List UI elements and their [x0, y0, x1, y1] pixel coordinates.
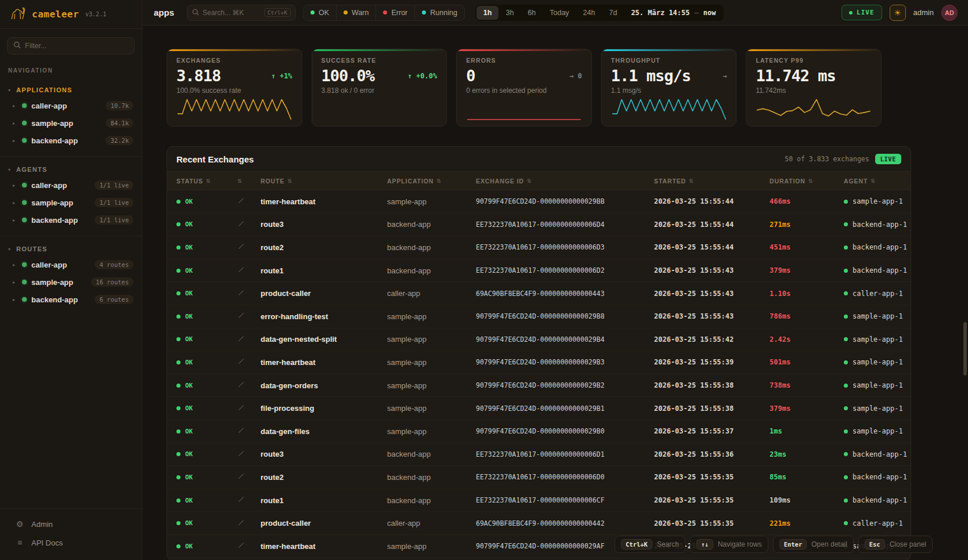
status-filter-running[interactable]: Running: [415, 5, 464, 20]
column-header-duration[interactable]: DURATION⇅: [770, 178, 844, 185]
sidebar-filter[interactable]: [7, 37, 135, 55]
column-header-application[interactable]: APPLICATION⇅: [387, 178, 476, 185]
agent-cell: caller-app-1: [844, 290, 911, 298]
global-search[interactable]: Ctrl+K: [187, 5, 296, 21]
sidebar-item-caller-app[interactable]: ▸caller-app1/1 live: [0, 176, 142, 194]
chevron-right-icon: ▸: [13, 121, 17, 126]
stat-card-latency-p99[interactable]: LATENCY P9911.742 ms11.742ms: [746, 49, 882, 127]
stat-value: 100.0%: [322, 67, 375, 85]
column-header-route[interactable]: ROUTE⇅: [261, 178, 387, 185]
stat-label: ERRORS: [466, 57, 582, 64]
column-header-status[interactable]: STATUS⇅: [176, 178, 237, 185]
exchange-id-cell: EE7322370A10617-00000000000006D4: [476, 221, 654, 229]
sidebar-item-sample-app[interactable]: ▸sample-app16 routes: [0, 273, 142, 291]
started-cell: 2026-03-25 15:55:44: [654, 197, 770, 205]
chevron-right-icon: ▸: [13, 103, 17, 109]
table-row[interactable]: OKroute2backend-appEE7322370A10617-00000…: [167, 236, 911, 259]
card-accent-line: [167, 49, 302, 51]
trend-icon: [237, 403, 261, 414]
live-dot-icon: [849, 11, 853, 15]
time-range-today[interactable]: Today: [543, 6, 576, 20]
sidebar-item-sample-app[interactable]: ▸sample-app84.1k: [0, 114, 142, 132]
started-cell: 2026-03-25 15:55:35: [654, 473, 770, 481]
table-row[interactable]: OKroute1backend-appEE7322370A10617-00000…: [167, 259, 911, 283]
sparkline-chart: [756, 97, 872, 121]
agent-dot-icon: [844, 269, 848, 273]
sidebar-item-caller-app[interactable]: ▸caller-app10.7k: [0, 97, 142, 114]
agent-cell: sample-app-1: [844, 427, 911, 435]
hint-label: Navigate rows: [718, 540, 762, 548]
avatar[interactable]: AD: [941, 5, 958, 21]
section-header-routes[interactable]: ▾ROUTES: [0, 242, 142, 256]
stat-card-success-rate[interactable]: SUCCESS RATE100.0%↑ +0.0%3.818 ok / 0 er…: [312, 49, 447, 127]
status-dot-icon: [22, 280, 27, 284]
sidebar-item-backend-app[interactable]: ▸backend-app32.2k: [0, 132, 142, 149]
theme-toggle-button[interactable]: ☀: [890, 5, 906, 21]
ok-dot-icon: [176, 452, 180, 456]
table-row[interactable]: OKtimer-heartbeatsample-app90799F47E6CD2…: [167, 351, 911, 374]
table-row[interactable]: OKdata-gen-orderssample-app90799F47E6CD2…: [167, 374, 911, 398]
route-cell: data-gen-nested-split: [261, 335, 387, 344]
table-row[interactable]: OKroute1backend-appEE7322370A10617-00000…: [167, 489, 911, 512]
time-separator: —: [695, 9, 699, 17]
topbar-right: LIVE ☀ admin AD: [841, 5, 958, 21]
table-row[interactable]: OKtimer-heartbeatsample-app90799F47E6CD2…: [167, 190, 911, 214]
status-filter-warn[interactable]: Warn: [337, 5, 376, 20]
stat-delta: ↑ +1%: [271, 72, 292, 80]
status-filter-ok[interactable]: OK: [304, 5, 337, 20]
table-row[interactable]: OKfile-processingsample-app90799F47E6CD2…: [167, 397, 911, 420]
sidebar-item-caller-app[interactable]: ▸caller-app4 routes: [0, 256, 142, 273]
agent-dot-icon: [844, 475, 848, 479]
time-display[interactable]: 25. März 14:55 — now: [624, 9, 723, 17]
sidebar-item-sample-app[interactable]: ▸sample-app1/1 live: [0, 194, 142, 211]
search-input[interactable]: [203, 9, 255, 17]
filter-input[interactable]: [25, 42, 128, 50]
docs-icon: ≡: [15, 538, 24, 547]
stat-value: 3.818: [176, 67, 221, 85]
logo-row[interactable]: cameleer v3.2.1: [0, 0, 142, 29]
sort-icon: ⇅: [527, 178, 532, 184]
table-row[interactable]: OKroute2backend-appEE7322370A10617-00000…: [167, 466, 911, 489]
live-indicator[interactable]: LIVE: [841, 5, 882, 20]
exchange-id-cell: 90799F47E6CD24D-00000000000029B2: [476, 381, 654, 389]
column-header-agent[interactable]: AGENT⇅: [844, 178, 911, 185]
trend-icon: [237, 334, 261, 345]
stat-card-errors[interactable]: ERRORS0→ 00 errors in selected period: [456, 49, 592, 127]
column-header-trend[interactable]: ⇅: [237, 178, 261, 184]
trend-icon: [237, 541, 261, 551]
column-header-started[interactable]: STARTED⇅: [654, 178, 770, 185]
chevron-right-icon: ▸: [13, 183, 17, 188]
duration-cell: 221ms: [770, 519, 844, 528]
table-row[interactable]: OKdata-gen-filessample-app90799F47E6CD24…: [167, 420, 911, 443]
table-row[interactable]: OKdata-gen-nested-splitsample-app90799F4…: [167, 328, 911, 352]
sidebar-item-backend-app[interactable]: ▸backend-app6 routes: [0, 291, 142, 308]
status-filter-error[interactable]: Error: [376, 5, 415, 20]
time-range-3h[interactable]: 3h: [499, 6, 521, 20]
table-row[interactable]: OKroute3backend-appEE7322370A10617-00000…: [167, 443, 911, 467]
status-label: OK: [185, 404, 193, 412]
stat-card-throughput[interactable]: THROUGHPUT1.1 msg/s→1.1 msg/s: [601, 49, 737, 127]
status-dot-icon: [22, 218, 27, 222]
table-row[interactable]: OKroute3backend-appEE7322370A10617-00000…: [167, 214, 911, 237]
time-range-1h[interactable]: 1h: [476, 6, 499, 20]
time-range-6h[interactable]: 6h: [521, 6, 543, 20]
table-row[interactable]: OKproduct-callercaller-app69AC90BF8EBC4F…: [167, 512, 911, 535]
table-row[interactable]: OKproduct-callercaller-app69AC90BF8EBC4F…: [167, 282, 911, 305]
ok-dot-icon: [176, 291, 180, 295]
sidebar-footer-api-docs[interactable]: ≡API Docs: [0, 533, 142, 552]
section-header-agents[interactable]: ▾AGENTS: [0, 162, 142, 176]
agent-dot-icon: [844, 315, 848, 319]
scrollbar-thumb[interactable]: [963, 322, 967, 375]
status-label: OK: [185, 382, 193, 389]
application-cell: sample-app: [387, 542, 476, 551]
stat-card-exchanges[interactable]: EXCHANGES3.818↑ +1%100.0% success rate: [167, 49, 302, 127]
exchange-id-cell: 90799F47E6CD24D-00000000000029B1: [476, 404, 654, 413]
sidebar-footer-admin[interactable]: ⚙Admin: [0, 515, 142, 533]
time-range-7d[interactable]: 7d: [602, 6, 624, 20]
section-header-applications[interactable]: ▾APPLICATIONS: [0, 83, 142, 97]
sidebar-item-backend-app[interactable]: ▸backend-app1/1 live: [0, 211, 142, 229]
table-row[interactable]: OKerror-handling-testsample-app90799F47E…: [167, 305, 911, 328]
chevron-right-icon: ▸: [13, 280, 17, 285]
time-range-24h[interactable]: 24h: [576, 6, 602, 20]
column-header-exchange-id[interactable]: EXCHANGE ID⇅: [476, 178, 654, 185]
